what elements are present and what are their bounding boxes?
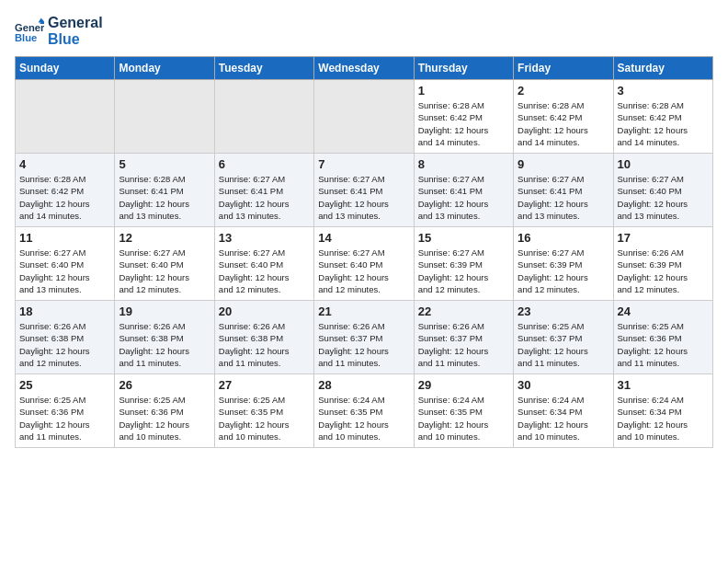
weekday-header-saturday: Saturday [613, 57, 712, 80]
calendar-cell: 24Sunrise: 6:25 AM Sunset: 6:36 PM Dayli… [613, 301, 712, 374]
calendar-cell: 30Sunrise: 6:24 AM Sunset: 6:34 PM Dayli… [514, 374, 613, 448]
day-info: Sunrise: 6:28 AM Sunset: 6:42 PM Dayligh… [618, 99, 709, 148]
day-info: Sunrise: 6:27 AM Sunset: 6:39 PM Dayligh… [518, 247, 609, 295]
day-info: Sunrise: 6:25 AM Sunset: 6:35 PM Dayligh… [219, 394, 310, 442]
day-info: Sunrise: 6:27 AM Sunset: 6:40 PM Dayligh… [219, 247, 310, 295]
calendar-cell: 29Sunrise: 6:24 AM Sunset: 6:35 PM Dayli… [414, 374, 513, 448]
day-info: Sunrise: 6:26 AM Sunset: 6:38 PM Dayligh… [19, 320, 110, 369]
calendar-cell: 15Sunrise: 6:27 AM Sunset: 6:39 PM Dayli… [414, 227, 513, 301]
day-number: 21 [318, 304, 409, 318]
day-info: Sunrise: 6:24 AM Sunset: 6:34 PM Dayligh… [618, 394, 709, 442]
calendar-cell: 8Sunrise: 6:27 AM Sunset: 6:41 PM Daylig… [414, 154, 513, 227]
logo: General Blue General Blue [15, 15, 103, 47]
day-info: Sunrise: 6:26 AM Sunset: 6:38 PM Dayligh… [119, 320, 210, 369]
calendar-cell: 12Sunrise: 6:27 AM Sunset: 6:40 PM Dayli… [115, 227, 214, 301]
calendar-cell: 9Sunrise: 6:27 AM Sunset: 6:41 PM Daylig… [514, 154, 613, 227]
calendar-week-row: 11Sunrise: 6:27 AM Sunset: 6:40 PM Dayli… [16, 227, 713, 301]
calendar-cell: 2Sunrise: 6:28 AM Sunset: 6:42 PM Daylig… [514, 80, 613, 154]
calendar-cell: 4Sunrise: 6:28 AM Sunset: 6:42 PM Daylig… [16, 154, 115, 227]
calendar-cell: 10Sunrise: 6:27 AM Sunset: 6:40 PM Dayli… [613, 154, 712, 227]
day-info: Sunrise: 6:25 AM Sunset: 6:36 PM Dayligh… [618, 320, 709, 369]
weekday-header-wednesday: Wednesday [314, 57, 414, 80]
svg-text:General: General [15, 22, 44, 33]
day-number: 22 [418, 304, 509, 318]
day-number: 16 [518, 231, 609, 245]
calendar-cell: 27Sunrise: 6:25 AM Sunset: 6:35 PM Dayli… [214, 374, 313, 448]
day-number: 25 [19, 378, 110, 392]
day-number: 12 [119, 231, 210, 245]
day-number: 7 [318, 157, 409, 171]
calendar-cell: 20Sunrise: 6:26 AM Sunset: 6:38 PM Dayli… [214, 301, 313, 374]
day-number: 11 [19, 231, 110, 245]
day-number: 9 [518, 157, 609, 171]
day-info: Sunrise: 6:27 AM Sunset: 6:39 PM Dayligh… [418, 247, 509, 295]
weekday-header-monday: Monday [115, 57, 214, 80]
day-number: 26 [119, 378, 210, 392]
calendar-cell: 26Sunrise: 6:25 AM Sunset: 6:36 PM Dayli… [115, 374, 214, 448]
day-number: 31 [618, 378, 709, 392]
day-info: Sunrise: 6:27 AM Sunset: 6:40 PM Dayligh… [318, 247, 409, 295]
weekday-header-tuesday: Tuesday [214, 57, 313, 80]
day-info: Sunrise: 6:24 AM Sunset: 6:35 PM Dayligh… [418, 394, 509, 442]
day-info: Sunrise: 6:24 AM Sunset: 6:34 PM Dayligh… [518, 394, 609, 442]
day-info: Sunrise: 6:28 AM Sunset: 6:42 PM Dayligh… [518, 99, 609, 148]
day-info: Sunrise: 6:25 AM Sunset: 6:36 PM Dayligh… [19, 394, 110, 442]
logo-blue: Blue [48, 31, 103, 48]
day-number: 5 [119, 157, 210, 171]
calendar-week-row: 18Sunrise: 6:26 AM Sunset: 6:38 PM Dayli… [16, 301, 713, 374]
calendar-cell [214, 80, 313, 154]
day-number: 27 [219, 378, 310, 392]
calendar-cell: 17Sunrise: 6:26 AM Sunset: 6:39 PM Dayli… [613, 227, 712, 301]
day-info: Sunrise: 6:27 AM Sunset: 6:41 PM Dayligh… [418, 173, 509, 222]
calendar-cell: 19Sunrise: 6:26 AM Sunset: 6:38 PM Dayli… [115, 301, 214, 374]
weekday-header-thursday: Thursday [414, 57, 513, 80]
calendar-week-row: 4Sunrise: 6:28 AM Sunset: 6:42 PM Daylig… [16, 154, 713, 227]
day-number: 20 [219, 304, 310, 318]
calendar-cell [314, 80, 414, 154]
calendar-cell: 25Sunrise: 6:25 AM Sunset: 6:36 PM Dayli… [16, 374, 115, 448]
day-number: 28 [318, 378, 409, 392]
day-info: Sunrise: 6:26 AM Sunset: 6:37 PM Dayligh… [318, 320, 409, 369]
day-info: Sunrise: 6:27 AM Sunset: 6:40 PM Dayligh… [119, 247, 210, 295]
day-number: 24 [618, 304, 709, 318]
svg-text:Blue: Blue [15, 32, 37, 43]
weekday-header-sunday: Sunday [16, 57, 115, 80]
day-info: Sunrise: 6:26 AM Sunset: 6:39 PM Dayligh… [618, 247, 709, 295]
day-info: Sunrise: 6:26 AM Sunset: 6:38 PM Dayligh… [219, 320, 310, 369]
day-info: Sunrise: 6:28 AM Sunset: 6:41 PM Dayligh… [119, 173, 210, 222]
day-number: 10 [618, 157, 709, 171]
weekday-header-friday: Friday [514, 57, 613, 80]
day-info: Sunrise: 6:26 AM Sunset: 6:37 PM Dayligh… [418, 320, 509, 369]
calendar-cell: 28Sunrise: 6:24 AM Sunset: 6:35 PM Dayli… [314, 374, 414, 448]
calendar-cell: 13Sunrise: 6:27 AM Sunset: 6:40 PM Dayli… [214, 227, 313, 301]
logo-icon: General Blue [15, 17, 44, 46]
day-number: 15 [418, 231, 509, 245]
calendar-cell: 7Sunrise: 6:27 AM Sunset: 6:41 PM Daylig… [314, 154, 414, 227]
calendar-cell: 31Sunrise: 6:24 AM Sunset: 6:34 PM Dayli… [613, 374, 712, 448]
calendar-cell: 18Sunrise: 6:26 AM Sunset: 6:38 PM Dayli… [16, 301, 115, 374]
calendar-cell: 5Sunrise: 6:28 AM Sunset: 6:41 PM Daylig… [115, 154, 214, 227]
day-number: 3 [618, 84, 709, 98]
day-number: 4 [19, 157, 110, 171]
day-info: Sunrise: 6:27 AM Sunset: 6:41 PM Dayligh… [219, 173, 310, 222]
day-info: Sunrise: 6:28 AM Sunset: 6:42 PM Dayligh… [19, 173, 110, 222]
day-info: Sunrise: 6:24 AM Sunset: 6:35 PM Dayligh… [318, 394, 409, 442]
day-number: 17 [618, 231, 709, 245]
day-number: 2 [518, 84, 609, 98]
calendar-cell [16, 80, 115, 154]
calendar-cell: 3Sunrise: 6:28 AM Sunset: 6:42 PM Daylig… [613, 80, 712, 154]
day-number: 18 [19, 304, 110, 318]
calendar-cell: 16Sunrise: 6:27 AM Sunset: 6:39 PM Dayli… [514, 227, 613, 301]
header: General Blue General Blue [15, 15, 713, 47]
day-number: 13 [219, 231, 310, 245]
day-number: 8 [418, 157, 509, 171]
day-info: Sunrise: 6:27 AM Sunset: 6:41 PM Dayligh… [318, 173, 409, 222]
day-info: Sunrise: 6:27 AM Sunset: 6:40 PM Dayligh… [618, 173, 709, 222]
day-number: 30 [518, 378, 609, 392]
calendar-container: General Blue General Blue SundayMondayTu… [0, 0, 728, 455]
day-info: Sunrise: 6:25 AM Sunset: 6:37 PM Dayligh… [518, 320, 609, 369]
calendar-cell [115, 80, 214, 154]
day-number: 14 [318, 231, 409, 245]
day-info: Sunrise: 6:27 AM Sunset: 6:41 PM Dayligh… [518, 173, 609, 222]
calendar-cell: 1Sunrise: 6:28 AM Sunset: 6:42 PM Daylig… [414, 80, 513, 154]
